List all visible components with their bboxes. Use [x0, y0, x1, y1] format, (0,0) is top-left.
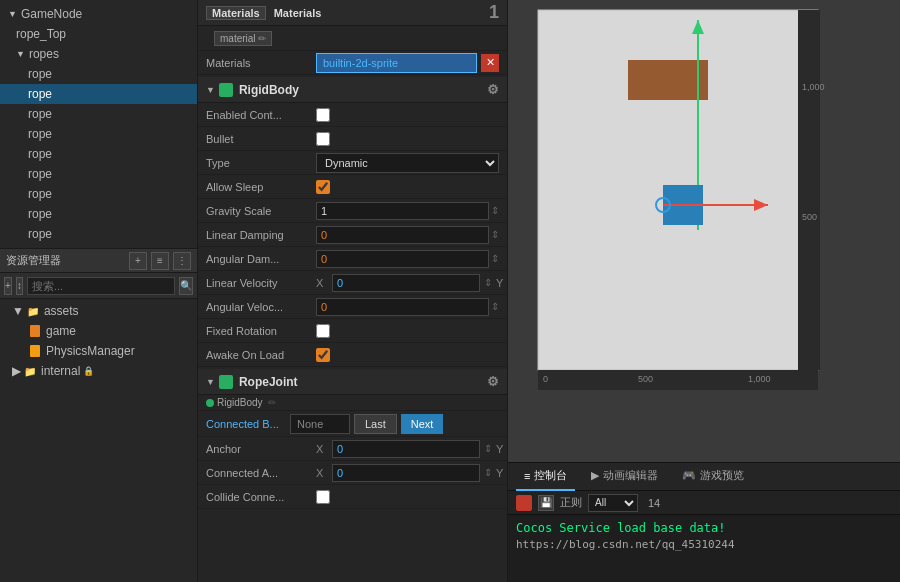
asset-search-btn[interactable]: 🔍 — [179, 277, 193, 295]
materials-number: 1 — [489, 2, 499, 23]
last-button[interactable]: Last — [354, 414, 397, 434]
ropejoint-header: RopeJoint ⚙ — [198, 369, 507, 395]
bullet-checkbox[interactable] — [316, 132, 330, 146]
ropejoint-gear-btn[interactable]: ⚙ — [487, 374, 499, 389]
tree-item-label: rope — [28, 67, 52, 81]
asset-search-input[interactable] — [27, 277, 175, 295]
prop-row-gravity-scale: Gravity Scale ⇕ — [198, 199, 507, 223]
next-button[interactable]: Next — [401, 414, 444, 434]
collide-conne-checkbox[interactable] — [316, 490, 330, 504]
asset-item-assets[interactable]: ▼ 📁 assets — [0, 301, 197, 321]
tab-preview[interactable]: 🎮 游戏预览 — [674, 463, 752, 491]
bottom-tabs: ≡ 控制台 ▶ 动画编辑器 🎮 游戏预览 — [508, 463, 900, 491]
tab-console[interactable]: ≡ 控制台 — [516, 463, 575, 491]
url-line: https://blog.csdn.net/qq_45310244 — [516, 538, 892, 551]
connected-a-value: X ⇕ Y ⇕ — [316, 464, 508, 482]
ruler-label-1000: 1,000 — [802, 82, 825, 92]
prop-label-linear-damping: Linear Damping — [206, 229, 316, 241]
prop-value-type: Dynamic Static Kinematic — [316, 153, 499, 173]
type-select[interactable]: Dynamic Static Kinematic — [316, 153, 499, 173]
tree-item-label: ropes — [29, 47, 59, 61]
tree-item-rope-1[interactable]: rope — [0, 64, 197, 84]
gravity-scale-input[interactable] — [316, 202, 489, 220]
tree-item-ropes[interactable]: ropes — [0, 44, 197, 64]
right-panel: 1,000 500 0 500 1,000 ≡ 控制台 ▶ 动画编辑器 — [508, 0, 900, 582]
rb-edit-icon[interactable]: ✏ — [268, 397, 276, 408]
tree-item-gamenode[interactable]: GameNode — [0, 4, 197, 24]
tree-item-rope-top[interactable]: rope_Top — [0, 24, 197, 44]
material-edit-icon[interactable]: ✏ — [258, 33, 266, 44]
anchor-x-label: X — [316, 443, 328, 455]
prop-value-fixed-rotation — [316, 324, 499, 338]
material-tag: material ✏ — [214, 31, 272, 46]
lv-y-label: Y — [496, 277, 508, 289]
gravity-scroll-icon: ⇕ — [491, 205, 499, 216]
v-ruler-bg — [798, 10, 820, 370]
rigidbody-expand-icon — [206, 85, 215, 95]
prop-label-allow-sleep: Allow Sleep — [206, 181, 316, 193]
bottom-toolbar: 💾 正则 All Errors Warnings Logs 14 — [508, 491, 900, 515]
connected-a-x-input[interactable] — [332, 464, 480, 482]
material-tag-row: material ✏ — [198, 26, 507, 51]
ad-scroll-icon: ⇕ — [491, 253, 499, 264]
prop-label-awake-on-load: Awake On Load — [206, 349, 316, 361]
asset-sort-btn[interactable]: ≡ — [151, 252, 169, 270]
asset-new-btn[interactable]: + — [129, 252, 147, 270]
tree-item-label: rope — [28, 107, 52, 121]
ropejoint-expand-icon — [206, 377, 215, 387]
filter-label: 正则 — [560, 495, 582, 510]
prop-label-bullet: Bullet — [206, 133, 316, 145]
fixed-rotation-checkbox[interactable] — [316, 324, 330, 338]
viewport-svg: 1,000 500 0 500 1,000 — [508, 0, 900, 462]
asset-sort2-btn[interactable]: ↕ — [16, 277, 23, 295]
rigidbody-gear-btn[interactable]: ⚙ — [487, 82, 499, 97]
tab-animation[interactable]: ▶ 动画编辑器 — [583, 463, 666, 491]
lv-x-scroll: ⇕ — [484, 277, 492, 288]
angular-dam-input[interactable] — [316, 250, 489, 268]
tree-item-rope-8[interactable]: rope — [0, 204, 197, 224]
rigidbody-header: RigidBody ⚙ — [198, 77, 507, 103]
lock-icon: 🔒 — [83, 366, 94, 376]
ruler-label-1000h: 1,000 — [748, 374, 771, 384]
prop-row-awake-on-load: Awake On Load — [198, 343, 507, 367]
prop-row-fixed-rotation: Fixed Rotation — [198, 319, 507, 343]
material-name-input[interactable] — [316, 53, 477, 73]
asset-item-game[interactable]: game — [0, 321, 197, 341]
tree-item-rope-3[interactable]: rope — [0, 104, 197, 124]
save-button[interactable]: 💾 — [538, 495, 554, 511]
asset-item-physicsmanager[interactable]: PhysicsManager — [0, 341, 197, 361]
linear-velocity-x-input[interactable] — [332, 274, 480, 292]
linear-damping-input[interactable] — [316, 226, 489, 244]
angular-veloc-input[interactable] — [316, 298, 489, 316]
awake-on-load-checkbox[interactable] — [316, 348, 330, 362]
ld-scroll-icon: ⇕ — [491, 229, 499, 240]
tab-animation-label: 动画编辑器 — [603, 468, 658, 483]
stop-button[interactable] — [516, 495, 532, 511]
material-remove-btn[interactable]: ✕ — [481, 54, 499, 72]
anchor-x-input[interactable] — [332, 440, 480, 458]
enabled-cont-checkbox[interactable] — [316, 108, 330, 122]
asset-label: assets — [44, 304, 79, 318]
filter-select[interactable]: All Errors Warnings Logs — [588, 494, 638, 512]
tree-item-rope-6[interactable]: rope — [0, 164, 197, 184]
asset-add-btn[interactable]: + — [4, 277, 12, 295]
connected-b-input[interactable] — [290, 414, 350, 434]
prop-value-enabled-cont — [316, 108, 499, 122]
tree-item-label: rope — [28, 227, 52, 241]
viewport[interactable]: 1,000 500 0 500 1,000 — [508, 0, 900, 462]
tree-item-rope-4[interactable]: rope — [0, 124, 197, 144]
tree-item-rope-9[interactable]: rope — [0, 224, 197, 244]
asset-item-internal[interactable]: ▶ 📁 internal 🔒 — [0, 361, 197, 381]
asset-more-btn[interactable]: ⋮ — [173, 252, 191, 270]
asset-toolbar: + ↕ 🔍 — [0, 273, 197, 299]
tree-item-rope-7[interactable]: rope — [0, 184, 197, 204]
tree-item-rope-2[interactable]: rope — [0, 84, 197, 104]
collide-conne-label: Collide Conne... — [206, 491, 316, 503]
asset-manager-title: 资源管理器 — [6, 253, 61, 268]
tree-item-label: rope — [28, 147, 52, 161]
allow-sleep-checkbox[interactable] — [316, 180, 330, 194]
prop-row-linear-damping: Linear Damping ⇕ — [198, 223, 507, 247]
anchor-y-label: Y — [496, 443, 508, 455]
tree-item-label: rope — [28, 167, 52, 181]
tree-item-rope-5[interactable]: rope — [0, 144, 197, 164]
